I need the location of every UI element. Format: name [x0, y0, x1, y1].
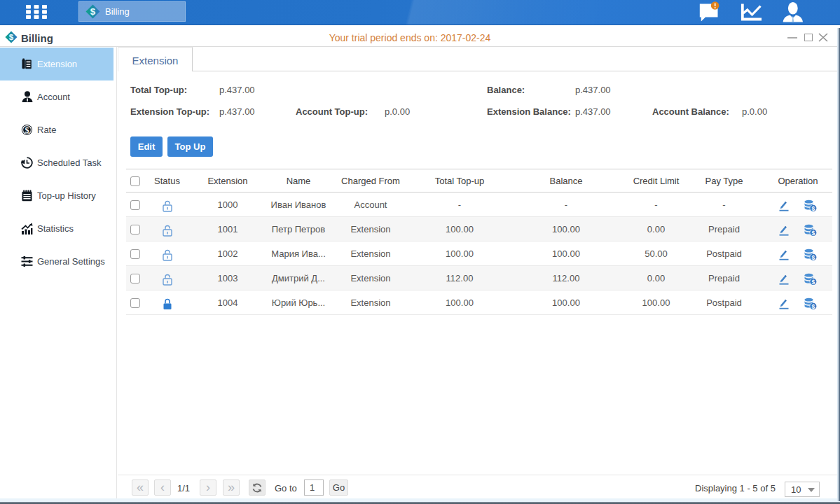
svg-text:$: $: [811, 303, 815, 310]
svg-text:$: $: [811, 205, 815, 212]
svg-text:$: $: [90, 6, 96, 17]
svg-text:$: $: [811, 230, 815, 237]
svg-text:$: $: [811, 254, 815, 261]
svg-text:$: $: [811, 279, 815, 286]
svg-text:$: $: [25, 125, 29, 135]
